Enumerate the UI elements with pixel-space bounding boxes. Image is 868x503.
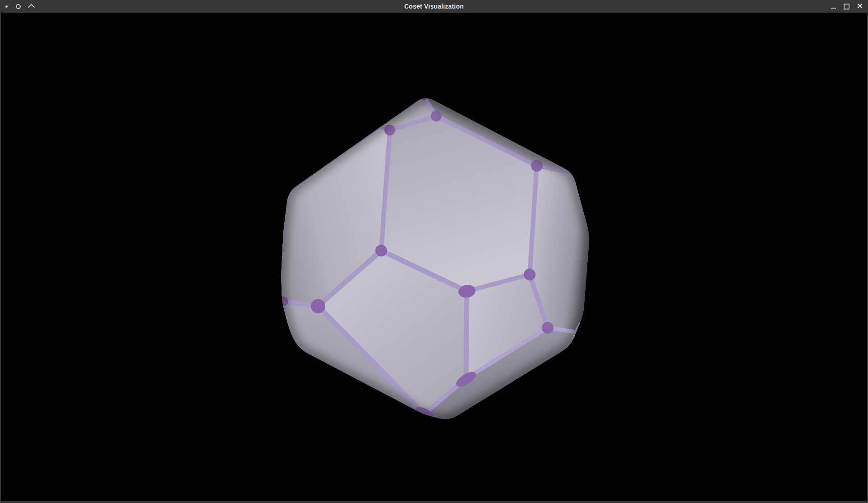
titlebar[interactable]: Coset Visualization × bbox=[0, 0, 868, 13]
maximize-icon bbox=[844, 4, 850, 9]
app-window: Coset Visualization × bbox=[0, 0, 868, 503]
window-controls: × bbox=[831, 0, 863, 13]
minimize-icon bbox=[831, 8, 836, 9]
titlebar-left-icons bbox=[5, 0, 34, 13]
polyhedron-vertex bbox=[431, 111, 442, 121]
polyhedron-vertex bbox=[375, 245, 387, 256]
window-menu-dot-icon[interactable] bbox=[5, 5, 8, 8]
polyhedron bbox=[279, 93, 590, 421]
minimize-button[interactable] bbox=[831, 6, 836, 7]
polyhedron-vertex bbox=[311, 299, 325, 313]
viewport-3d[interactable] bbox=[1, 13, 867, 501]
polyhedron-edge bbox=[466, 291, 467, 378]
window-shade-chevron-icon[interactable] bbox=[28, 4, 35, 11]
maximize-button[interactable] bbox=[844, 4, 850, 9]
polyhedron-vertex bbox=[542, 322, 554, 334]
window-circle-icon[interactable] bbox=[16, 4, 21, 9]
close-button[interactable]: × bbox=[857, 1, 863, 10]
coset-polyhedron-render bbox=[1, 13, 867, 501]
polyhedron-vertex bbox=[524, 269, 536, 280]
window-title: Coset Visualization bbox=[0, 3, 868, 10]
